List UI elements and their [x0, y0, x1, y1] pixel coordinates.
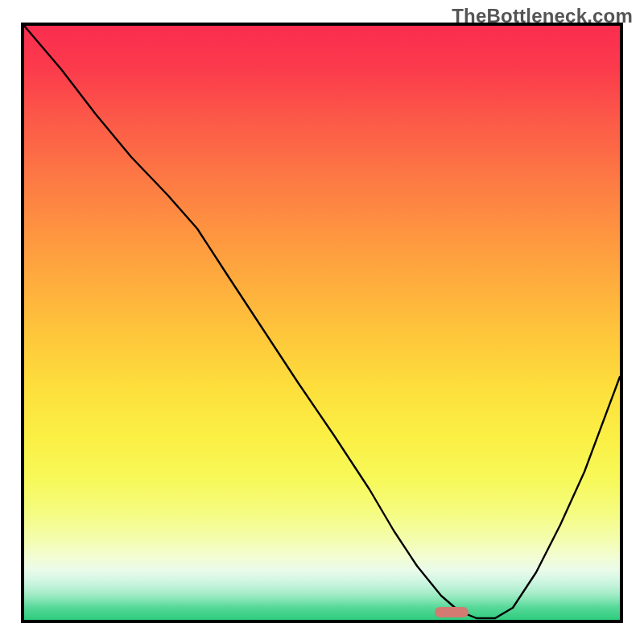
watermark-text: TheBottleneck.com	[452, 5, 633, 27]
plot-area	[21, 23, 623, 623]
chart-frame: TheBottleneck.com	[0, 0, 644, 644]
bottleneck-curve-line	[24, 26, 620, 620]
optimal-zone-marker	[435, 607, 469, 617]
